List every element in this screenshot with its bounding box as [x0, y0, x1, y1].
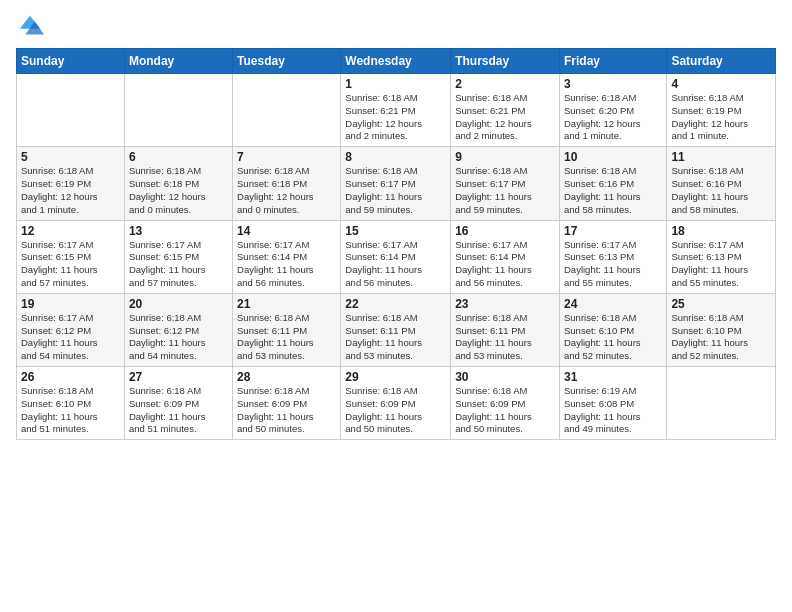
calendar-cell: 24Sunrise: 6:18 AMSunset: 6:10 PMDayligh…	[559, 293, 666, 366]
calendar-cell: 8Sunrise: 6:18 AMSunset: 6:17 PMDaylight…	[341, 147, 451, 220]
day-number: 18	[671, 224, 771, 238]
day-number: 24	[564, 297, 662, 311]
logo-icon	[16, 12, 44, 40]
day-info: Sunrise: 6:17 AMSunset: 6:13 PMDaylight:…	[671, 239, 771, 290]
day-number: 7	[237, 150, 336, 164]
day-number: 26	[21, 370, 120, 384]
day-info: Sunrise: 6:18 AMSunset: 6:11 PMDaylight:…	[455, 312, 555, 363]
calendar-table: SundayMondayTuesdayWednesdayThursdayFrid…	[16, 48, 776, 440]
calendar-cell: 12Sunrise: 6:17 AMSunset: 6:15 PMDayligh…	[17, 220, 125, 293]
day-number: 19	[21, 297, 120, 311]
calendar-cell: 9Sunrise: 6:18 AMSunset: 6:17 PMDaylight…	[451, 147, 560, 220]
calendar-cell: 11Sunrise: 6:18 AMSunset: 6:16 PMDayligh…	[667, 147, 776, 220]
weekday-header: Thursday	[451, 49, 560, 74]
calendar-week-row: 1Sunrise: 6:18 AMSunset: 6:21 PMDaylight…	[17, 74, 776, 147]
calendar-cell: 16Sunrise: 6:17 AMSunset: 6:14 PMDayligh…	[451, 220, 560, 293]
day-info: Sunrise: 6:18 AMSunset: 6:21 PMDaylight:…	[455, 92, 555, 143]
day-number: 17	[564, 224, 662, 238]
calendar-cell: 6Sunrise: 6:18 AMSunset: 6:18 PMDaylight…	[124, 147, 232, 220]
day-info: Sunrise: 6:17 AMSunset: 6:14 PMDaylight:…	[455, 239, 555, 290]
day-number: 29	[345, 370, 446, 384]
day-number: 23	[455, 297, 555, 311]
logo	[16, 12, 46, 40]
day-number: 31	[564, 370, 662, 384]
calendar-cell: 28Sunrise: 6:18 AMSunset: 6:09 PMDayligh…	[233, 367, 341, 440]
calendar-cell	[124, 74, 232, 147]
weekday-header: Tuesday	[233, 49, 341, 74]
day-number: 9	[455, 150, 555, 164]
calendar-cell	[17, 74, 125, 147]
day-number: 5	[21, 150, 120, 164]
day-number: 21	[237, 297, 336, 311]
calendar-cell: 2Sunrise: 6:18 AMSunset: 6:21 PMDaylight…	[451, 74, 560, 147]
day-info: Sunrise: 6:17 AMSunset: 6:13 PMDaylight:…	[564, 239, 662, 290]
calendar-cell: 4Sunrise: 6:18 AMSunset: 6:19 PMDaylight…	[667, 74, 776, 147]
day-info: Sunrise: 6:17 AMSunset: 6:14 PMDaylight:…	[345, 239, 446, 290]
day-info: Sunrise: 6:18 AMSunset: 6:11 PMDaylight:…	[345, 312, 446, 363]
day-info: Sunrise: 6:18 AMSunset: 6:16 PMDaylight:…	[564, 165, 662, 216]
day-info: Sunrise: 6:18 AMSunset: 6:19 PMDaylight:…	[21, 165, 120, 216]
weekday-header: Friday	[559, 49, 666, 74]
day-info: Sunrise: 6:17 AMSunset: 6:15 PMDaylight:…	[21, 239, 120, 290]
calendar-cell: 31Sunrise: 6:19 AMSunset: 6:08 PMDayligh…	[559, 367, 666, 440]
day-info: Sunrise: 6:18 AMSunset: 6:09 PMDaylight:…	[345, 385, 446, 436]
day-number: 11	[671, 150, 771, 164]
calendar-cell: 22Sunrise: 6:18 AMSunset: 6:11 PMDayligh…	[341, 293, 451, 366]
calendar-cell: 27Sunrise: 6:18 AMSunset: 6:09 PMDayligh…	[124, 367, 232, 440]
day-info: Sunrise: 6:18 AMSunset: 6:19 PMDaylight:…	[671, 92, 771, 143]
day-number: 15	[345, 224, 446, 238]
day-info: Sunrise: 6:18 AMSunset: 6:16 PMDaylight:…	[671, 165, 771, 216]
day-number: 22	[345, 297, 446, 311]
day-info: Sunrise: 6:18 AMSunset: 6:09 PMDaylight:…	[129, 385, 228, 436]
day-info: Sunrise: 6:18 AMSunset: 6:20 PMDaylight:…	[564, 92, 662, 143]
day-number: 14	[237, 224, 336, 238]
calendar-week-row: 26Sunrise: 6:18 AMSunset: 6:10 PMDayligh…	[17, 367, 776, 440]
calendar-cell: 23Sunrise: 6:18 AMSunset: 6:11 PMDayligh…	[451, 293, 560, 366]
calendar-cell: 17Sunrise: 6:17 AMSunset: 6:13 PMDayligh…	[559, 220, 666, 293]
calendar-cell: 15Sunrise: 6:17 AMSunset: 6:14 PMDayligh…	[341, 220, 451, 293]
day-info: Sunrise: 6:18 AMSunset: 6:17 PMDaylight:…	[345, 165, 446, 216]
day-info: Sunrise: 6:18 AMSunset: 6:18 PMDaylight:…	[129, 165, 228, 216]
day-number: 20	[129, 297, 228, 311]
day-info: Sunrise: 6:18 AMSunset: 6:17 PMDaylight:…	[455, 165, 555, 216]
calendar-cell	[667, 367, 776, 440]
calendar-cell: 20Sunrise: 6:18 AMSunset: 6:12 PMDayligh…	[124, 293, 232, 366]
day-number: 30	[455, 370, 555, 384]
day-info: Sunrise: 6:18 AMSunset: 6:21 PMDaylight:…	[345, 92, 446, 143]
day-number: 3	[564, 77, 662, 91]
calendar-cell: 7Sunrise: 6:18 AMSunset: 6:18 PMDaylight…	[233, 147, 341, 220]
day-info: Sunrise: 6:18 AMSunset: 6:10 PMDaylight:…	[564, 312, 662, 363]
calendar-cell: 25Sunrise: 6:18 AMSunset: 6:10 PMDayligh…	[667, 293, 776, 366]
calendar-header-row: SundayMondayTuesdayWednesdayThursdayFrid…	[17, 49, 776, 74]
calendar-cell: 5Sunrise: 6:18 AMSunset: 6:19 PMDaylight…	[17, 147, 125, 220]
calendar-cell: 30Sunrise: 6:18 AMSunset: 6:09 PMDayligh…	[451, 367, 560, 440]
calendar-cell: 29Sunrise: 6:18 AMSunset: 6:09 PMDayligh…	[341, 367, 451, 440]
day-info: Sunrise: 6:18 AMSunset: 6:18 PMDaylight:…	[237, 165, 336, 216]
calendar-week-row: 12Sunrise: 6:17 AMSunset: 6:15 PMDayligh…	[17, 220, 776, 293]
day-info: Sunrise: 6:18 AMSunset: 6:09 PMDaylight:…	[455, 385, 555, 436]
day-info: Sunrise: 6:17 AMSunset: 6:15 PMDaylight:…	[129, 239, 228, 290]
header	[16, 12, 776, 40]
calendar-cell: 1Sunrise: 6:18 AMSunset: 6:21 PMDaylight…	[341, 74, 451, 147]
day-number: 12	[21, 224, 120, 238]
calendar-cell: 26Sunrise: 6:18 AMSunset: 6:10 PMDayligh…	[17, 367, 125, 440]
page-container: SundayMondayTuesdayWednesdayThursdayFrid…	[0, 0, 792, 612]
weekday-header: Wednesday	[341, 49, 451, 74]
day-info: Sunrise: 6:18 AMSunset: 6:10 PMDaylight:…	[21, 385, 120, 436]
day-number: 27	[129, 370, 228, 384]
day-number: 25	[671, 297, 771, 311]
day-info: Sunrise: 6:17 AMSunset: 6:12 PMDaylight:…	[21, 312, 120, 363]
day-number: 10	[564, 150, 662, 164]
day-info: Sunrise: 6:18 AMSunset: 6:12 PMDaylight:…	[129, 312, 228, 363]
day-number: 1	[345, 77, 446, 91]
calendar-cell: 10Sunrise: 6:18 AMSunset: 6:16 PMDayligh…	[559, 147, 666, 220]
day-number: 16	[455, 224, 555, 238]
calendar-cell: 21Sunrise: 6:18 AMSunset: 6:11 PMDayligh…	[233, 293, 341, 366]
calendar-cell	[233, 74, 341, 147]
day-info: Sunrise: 6:19 AMSunset: 6:08 PMDaylight:…	[564, 385, 662, 436]
weekday-header: Sunday	[17, 49, 125, 74]
day-number: 28	[237, 370, 336, 384]
day-info: Sunrise: 6:18 AMSunset: 6:09 PMDaylight:…	[237, 385, 336, 436]
day-number: 4	[671, 77, 771, 91]
day-info: Sunrise: 6:18 AMSunset: 6:10 PMDaylight:…	[671, 312, 771, 363]
